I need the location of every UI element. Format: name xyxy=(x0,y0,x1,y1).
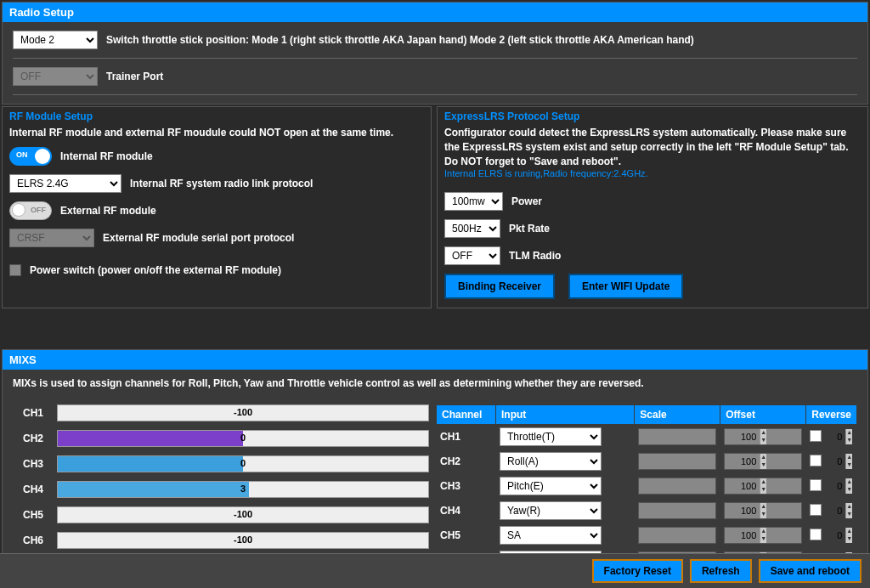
channel-bar-value: 0 xyxy=(240,433,246,443)
col-scale: Scale xyxy=(635,405,720,425)
cell-channel: CH5 xyxy=(437,523,496,548)
cell-channel: CH4 xyxy=(437,499,496,523)
internal-protocol-label: Internal RF system radio link protocol xyxy=(130,178,313,189)
channel-bar-label: CH6 xyxy=(13,534,52,546)
binding-receiver-button[interactable]: Binding Receiver xyxy=(444,274,555,299)
elrs-tlm-select[interactable]: OFF xyxy=(444,246,500,265)
internal-protocol-select[interactable]: ELRS 2.4G xyxy=(9,174,121,193)
channel-bar-label: CH2 xyxy=(13,433,52,444)
channel-bar-label: CH5 xyxy=(13,509,52,521)
spinner-down-icon[interactable]: ▼ xyxy=(845,486,852,494)
channel-bar-track: -100 xyxy=(57,404,429,421)
input-select[interactable]: Roll(A) xyxy=(500,452,602,471)
reverse-checkbox[interactable] xyxy=(810,504,822,516)
channel-bar-value: 3 xyxy=(240,483,246,494)
external-protocol-label: External RF module serial port protocol xyxy=(103,232,294,244)
table-row: CH2Roll(A)▲▼▲▼ xyxy=(437,449,857,474)
radio-setup-panel: Radio Setup Mode 2 Switch throttle stick… xyxy=(2,2,868,105)
spinner-up-icon[interactable]: ▲ xyxy=(845,503,852,511)
external-rf-toggle[interactable]: OFF xyxy=(9,201,52,220)
channel-bar-value: 0 xyxy=(240,458,246,468)
mixs-panel: MIXS MIXs is used to assign channels for… xyxy=(2,349,868,588)
mixs-title: MIXS xyxy=(3,350,867,370)
reverse-checkbox[interactable] xyxy=(810,529,822,540)
channel-bar-value: -100 xyxy=(234,407,252,417)
elrs-tlm-label: TLM Radio xyxy=(509,250,561,262)
internal-rf-label: Internal RF module xyxy=(60,150,153,162)
rf-module-panel: RF Module Setup Internal RF module and e… xyxy=(2,106,432,308)
table-row: CH1Throttle(T)▲▼▲▼ xyxy=(437,425,857,449)
table-row: CH4Yaw(R)▲▼▲▼ xyxy=(437,499,857,523)
elrs-panel: ExpressLRS Protocol Setup Configurator c… xyxy=(437,106,868,308)
mode-select[interactable]: Mode 2 xyxy=(13,31,98,49)
elrs-status: Internal ELRS is runing,Radio frequency:… xyxy=(444,168,861,178)
input-select[interactable]: Pitch(E) xyxy=(500,477,602,495)
input-select[interactable]: Throttle(T) xyxy=(500,427,602,446)
input-select[interactable]: SA xyxy=(500,526,602,545)
rf-module-warning: Internal RF module and external RF moudu… xyxy=(9,126,424,140)
internal-rf-toggle[interactable]: ON xyxy=(9,147,52,166)
mixs-description: MIXs is used to assign channels for Roll… xyxy=(13,376,857,391)
mode-description: Switch throttle stick position: Mode 1 (… xyxy=(106,34,694,46)
footer-bar: Factory Reset Refresh Save and reboot xyxy=(0,553,870,588)
col-channel: Channel xyxy=(437,405,496,425)
reverse-checkbox[interactable] xyxy=(810,479,822,491)
save-reboot-button[interactable]: Save and reboot xyxy=(759,559,862,583)
channel-bar-track: -100 xyxy=(57,532,429,549)
elrs-pkt-select[interactable]: 500Hz xyxy=(444,219,500,238)
scale-input[interactable]: ▲▼ xyxy=(638,527,716,544)
elrs-power-select[interactable]: 100mw xyxy=(444,192,503,211)
channel-bar-row: CH43 xyxy=(13,481,429,498)
channel-bar-row: CH5-100 xyxy=(13,506,429,523)
table-row: CH5SA▲▼▲▼ xyxy=(437,523,857,548)
external-protocol-select[interactable]: CRSF xyxy=(9,229,94,247)
channel-bar-label: CH4 xyxy=(13,483,52,495)
power-switch-label: Power switch (power on/off the external … xyxy=(30,264,281,276)
channel-bar-track: 0 xyxy=(57,430,429,447)
channel-bar-value: -100 xyxy=(234,534,252,545)
channel-bar-row: CH20 xyxy=(13,430,429,447)
input-select[interactable]: Yaw(R) xyxy=(500,501,602,520)
spinner-down-icon[interactable]: ▼ xyxy=(845,461,852,469)
channel-bar-label: CH3 xyxy=(13,458,52,470)
elrs-pkt-label: Pkt Rate xyxy=(509,223,550,235)
channel-bar-value: -100 xyxy=(234,509,252,519)
reverse-checkbox[interactable] xyxy=(810,430,822,442)
reverse-checkbox[interactable] xyxy=(810,455,822,466)
rf-module-title: RF Module Setup xyxy=(3,107,431,126)
elrs-description: Configurator could detect the ExpressLRS… xyxy=(444,126,861,168)
power-switch-checkbox[interactable] xyxy=(9,264,21,276)
channel-bar-row: CH6-100 xyxy=(13,532,429,549)
spinner-up-icon[interactable]: ▲ xyxy=(845,454,852,461)
cell-channel: CH3 xyxy=(437,474,496,499)
col-offset: Offset xyxy=(720,405,806,425)
cell-channel: CH2 xyxy=(437,449,496,474)
cell-channel: CH1 xyxy=(437,425,496,449)
spinner-up-icon[interactable]: ▲ xyxy=(845,478,852,486)
scale-input[interactable]: ▲▼ xyxy=(638,502,716,519)
enter-wifi-update-button[interactable]: Enter WIFI Update xyxy=(568,274,683,299)
scale-input[interactable]: ▲▼ xyxy=(638,478,716,495)
channel-bar-label: CH1 xyxy=(13,407,52,419)
refresh-button[interactable]: Refresh xyxy=(690,559,752,583)
elrs-title: ExpressLRS Protocol Setup xyxy=(438,107,867,126)
channel-bar-track: 3 xyxy=(57,481,429,498)
col-reverse: Reverse xyxy=(806,405,857,425)
elrs-power-label: Power xyxy=(511,195,542,207)
spinner-up-icon[interactable]: ▲ xyxy=(845,429,852,437)
channel-bar-row: CH30 xyxy=(13,455,429,472)
external-rf-label: External RF module xyxy=(60,205,156,217)
scale-input[interactable]: ▲▼ xyxy=(638,453,716,470)
scale-input[interactable]: ▲▼ xyxy=(638,428,716,445)
trainer-port-label: Trainer Port xyxy=(106,71,163,82)
channel-bar-track: -100 xyxy=(57,506,429,523)
table-row: CH3Pitch(E)▲▼▲▼ xyxy=(437,474,857,499)
spinner-down-icon[interactable]: ▼ xyxy=(845,437,852,444)
spinner-up-icon[interactable]: ▲ xyxy=(845,528,852,535)
spinner-down-icon[interactable]: ▼ xyxy=(845,535,852,543)
trainer-port-select[interactable]: OFF xyxy=(13,67,98,86)
radio-setup-title: Radio Setup xyxy=(3,3,867,22)
factory-reset-button[interactable]: Factory Reset xyxy=(592,559,683,583)
channel-bar-track: 0 xyxy=(57,455,429,472)
spinner-down-icon[interactable]: ▼ xyxy=(845,511,852,518)
